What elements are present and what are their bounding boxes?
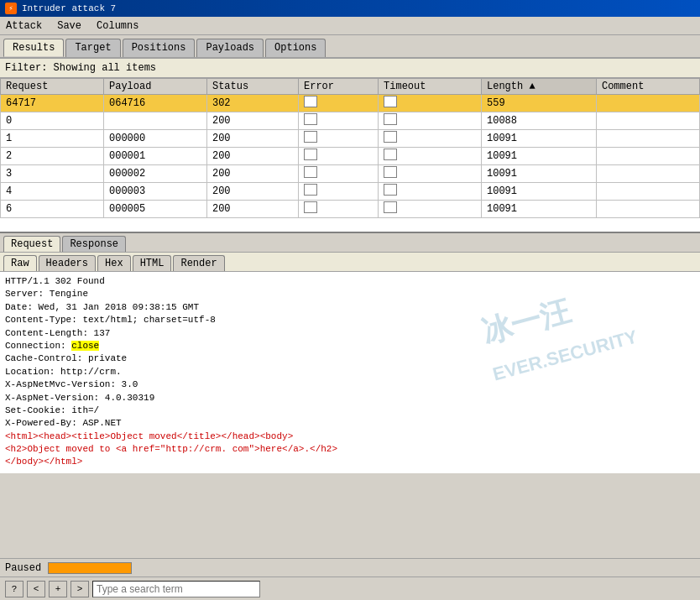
response-line: Content-Type: text/html; charset=utf-8: [5, 314, 695, 326]
error-checkbox[interactable]: [304, 184, 317, 196]
table-row[interactable]: 020010088: [1, 112, 700, 130]
error-checkbox[interactable]: [304, 96, 317, 107]
sub-tab-headers[interactable]: Headers: [39, 255, 96, 271]
filter-bar: Filter: Showing all items: [0, 59, 700, 78]
response-line: <html><head><title>Object moved</title><…: [5, 430, 695, 443]
table-row[interactable]: 64717064716302559: [1, 95, 700, 112]
col-status[interactable]: Status: [206, 79, 298, 95]
title-bar: ⚡ Intruder attack 7: [0, 0, 700, 17]
title-text: Intruder attack 7: [22, 3, 116, 13]
response-line: Connection: close: [5, 340, 695, 352]
response-line: Server: Tengine: [5, 288, 695, 300]
table-row[interactable]: 200000120010091: [1, 148, 700, 165]
menu-attack[interactable]: Attack: [3, 19, 44, 33]
response-line: Cache-Control: private: [5, 352, 695, 365]
error-checkbox[interactable]: [304, 149, 317, 160]
col-comment[interactable]: Comment: [596, 79, 699, 95]
response-line: X-AspNet-Version: 4.0.30319: [5, 392, 695, 404]
app-icon: ⚡: [5, 3, 17, 14]
next-button[interactable]: +: [49, 581, 67, 597]
response-line: Content-Length: 137: [5, 327, 695, 340]
timeout-checkbox[interactable]: [384, 131, 397, 143]
error-checkbox[interactable]: [304, 201, 317, 213]
response-line: Date: Wed, 31 Jan 2018 09:38:15 GMT: [5, 301, 695, 314]
timeout-checkbox[interactable]: [384, 149, 397, 160]
col-request[interactable]: Request: [1, 79, 104, 95]
tab-target[interactable]: Target: [65, 39, 120, 57]
response-line: X-Powered-By: ASP.NET: [5, 417, 695, 430]
tab-options[interactable]: Options: [265, 39, 326, 57]
timeout-checkbox[interactable]: [384, 166, 397, 178]
response-line: </body></html>: [5, 456, 695, 468]
timeout-checkbox[interactable]: [384, 113, 397, 125]
help-button[interactable]: ?: [5, 581, 24, 597]
table-row[interactable]: 100000020010091: [1, 130, 700, 148]
filter-text: Filter: Showing all items: [5, 62, 156, 74]
search-input[interactable]: [92, 581, 260, 597]
sub-tab-html[interactable]: HTML: [133, 255, 172, 271]
sub-tab-raw[interactable]: Raw: [3, 255, 37, 271]
main-tabs: Results Target Positions Payloads Option…: [0, 35, 700, 59]
col-error[interactable]: Error: [298, 79, 378, 95]
col-payload[interactable]: Payload: [103, 79, 206, 95]
panel-tabs: Request Response: [0, 233, 700, 253]
table-header-row: Request Payload Status Error Timeout Len…: [1, 79, 700, 95]
response-line: HTTP/1.1 302 Found: [5, 275, 695, 288]
response-content: HTTP/1.1 302 FoundServer: TengineDate: W…: [0, 272, 700, 473]
response-line: Set-Cookie: ith=/: [5, 404, 695, 417]
tab-results[interactable]: Results: [3, 39, 64, 57]
menu-bar: Attack Save Columns: [0, 17, 700, 35]
response-line: <h2>Object moved to <a href="http://crm.…: [5, 443, 695, 456]
error-checkbox[interactable]: [304, 131, 317, 143]
response-line: Location: http://crm.: [5, 366, 695, 378]
timeout-checkbox[interactable]: [384, 96, 397, 107]
col-timeout[interactable]: Timeout: [379, 79, 482, 95]
forward-button[interactable]: >: [71, 581, 89, 597]
col-length[interactable]: Length ▲: [482, 79, 597, 95]
table-row[interactable]: 400000320010091: [1, 183, 700, 201]
menu-columns[interactable]: Columns: [94, 19, 141, 33]
bottom-bar: ? < + >: [0, 577, 700, 600]
timeout-checkbox[interactable]: [384, 184, 397, 196]
table-row[interactable]: 600000520010091: [1, 201, 700, 218]
status-bar: Paused: [0, 558, 700, 577]
menu-save[interactable]: Save: [55, 19, 84, 33]
status-text: Paused: [5, 562, 41, 574]
error-checkbox[interactable]: [304, 166, 317, 178]
panel-tab-request[interactable]: Request: [3, 236, 60, 252]
panel-tab-response[interactable]: Response: [62, 236, 126, 252]
sub-tab-hex[interactable]: Hex: [97, 255, 131, 271]
progress-bar: [48, 562, 132, 574]
prev-button[interactable]: <: [27, 581, 45, 597]
response-line: X-AspNetMvc-Version: 3.0: [5, 378, 695, 391]
tab-payloads[interactable]: Payloads: [196, 39, 264, 57]
error-checkbox[interactable]: [304, 113, 317, 125]
tab-positions[interactable]: Positions: [123, 39, 196, 57]
timeout-checkbox[interactable]: [384, 201, 397, 213]
sub-tab-render[interactable]: Render: [173, 255, 224, 271]
table-row[interactable]: 300000220010091: [1, 165, 700, 183]
results-table-container[interactable]: Request Payload Status Error Timeout Len…: [0, 78, 700, 233]
results-table: Request Payload Status Error Timeout Len…: [0, 78, 700, 218]
sub-tabs: Raw Headers Hex HTML Render: [0, 253, 700, 272]
